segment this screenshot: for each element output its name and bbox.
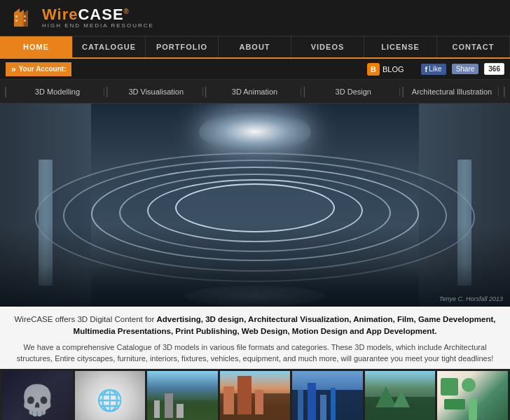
thumbnail-6[interactable]: [365, 371, 436, 421]
thumbnail-1[interactable]: 💀: [2, 371, 73, 421]
cat-arch-illustration[interactable]: Architectural Illustration: [406, 88, 499, 96]
desc-plain-text: WireCASE offers 3D Digital Content for: [15, 315, 157, 323]
cat-3d-design[interactable]: 3D Design: [307, 88, 400, 96]
logo-title: WireCASE®: [42, 7, 154, 22]
account-button[interactable]: Your Account:: [6, 62, 71, 76]
building-f: [255, 390, 263, 414]
blogger-icon: B: [367, 63, 380, 76]
description-sub: We have a comprehensive Catalogue of 3D …: [14, 342, 496, 365]
thumbnail-5[interactable]: [292, 371, 363, 421]
cat-3d-modelling[interactable]: 3D Modelling: [11, 88, 104, 96]
cat-sep-2: |: [203, 85, 209, 98]
hero-overlay: [0, 104, 510, 307]
logo-icon: [8, 4, 36, 32]
tower-c: [320, 395, 326, 421]
building-a: [154, 400, 160, 418]
building-b: [165, 393, 173, 418]
description-area: WireCASE offers 3D Digital Content for A…: [0, 307, 510, 369]
tower-a: [298, 390, 303, 421]
cat-sep-5: |: [499, 85, 510, 98]
logo-area: WireCASE® HIGH END MEDIA RESOURCE: [8, 4, 154, 32]
thumbnail-7[interactable]: [437, 371, 508, 421]
thumbnail-3[interactable]: [147, 371, 218, 421]
nav-catalogue[interactable]: CATALOGUE: [73, 36, 146, 57]
tower-d: [331, 388, 336, 421]
main-nav: HOME CATALOGUE PORTFOLIO ABOUT VIDEOS LI…: [0, 36, 510, 59]
sub-nav: Your Account: B BLOG f Like Share 366: [0, 59, 510, 80]
nav-contact[interactable]: CONTACT: [437, 36, 510, 57]
cat-3d-visualisation[interactable]: 3D Visualisation: [110, 88, 203, 96]
svg-rect-5: [24, 15, 26, 18]
thumbnail-2[interactable]: 🌐: [75, 371, 146, 421]
svg-rect-4: [15, 20, 18, 22]
nav-license[interactable]: LICENSE: [364, 36, 437, 57]
cat-sep-0: |: [0, 85, 11, 98]
tower-b: [308, 383, 316, 421]
cat-sep-3: |: [301, 85, 307, 98]
share-count: 366: [484, 63, 504, 75]
thumbnail-strip: 💀 🌐: [0, 369, 510, 421]
logo-subtitle: HIGH END MEDIA RESOURCE: [42, 22, 154, 29]
header: WireCASE® HIGH END MEDIA RESOURCE: [0, 0, 510, 36]
hero-credit: Tenye C. Horsfall 2013: [439, 295, 503, 302]
object-d: [469, 399, 477, 420]
nav-portfolio[interactable]: PORTFOLIO: [146, 36, 219, 57]
hero-image: Tenye C. Horsfall 2013: [0, 104, 510, 307]
cat-sep-4: |: [400, 85, 406, 98]
building-c: [177, 404, 184, 418]
nav-videos[interactable]: VIDEOS: [291, 36, 364, 57]
tree-2: [393, 390, 410, 407]
svg-rect-6: [24, 20, 26, 22]
skull-decoration: 💀: [19, 382, 55, 416]
facebook-share-button[interactable]: Share: [452, 64, 479, 74]
nav-about[interactable]: ABOUT: [219, 36, 291, 57]
nav-home[interactable]: HOME: [0, 36, 73, 57]
building-e: [237, 376, 251, 414]
object-b: [462, 378, 476, 392]
building-d: [223, 386, 234, 414]
object-a: [441, 378, 458, 396]
cat-sep-1: |: [104, 85, 110, 98]
blog-button[interactable]: B BLOG: [367, 63, 404, 76]
description-main: WireCASE offers 3D Digital Content for A…: [14, 314, 496, 338]
sphere-decoration: 🌐: [97, 387, 123, 412]
category-bar: | 3D Modelling | 3D Visualisation | 3D A…: [0, 80, 510, 104]
hero-visual: Tenye C. Horsfall 2013: [0, 104, 510, 307]
thumbnail-4[interactable]: [220, 371, 291, 421]
logo-text: WireCASE® HIGH END MEDIA RESOURCE: [42, 7, 154, 29]
cat-3d-animation[interactable]: 3D Animation: [209, 88, 302, 96]
object-c: [444, 399, 465, 410]
svg-rect-3: [15, 15, 18, 18]
facebook-like-button[interactable]: f Like: [421, 64, 446, 75]
